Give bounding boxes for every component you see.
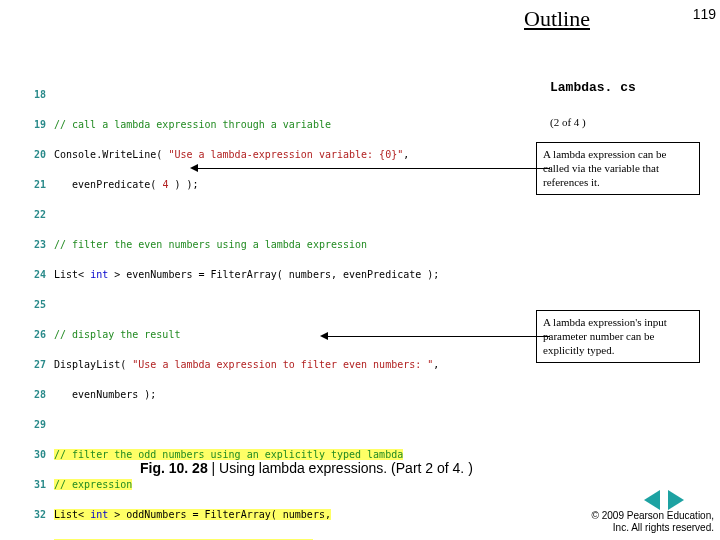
arrow-line [198, 168, 550, 169]
code-line: 22 [26, 207, 536, 222]
code-line: 27DisplayList( "Use a lambda expression … [26, 357, 536, 372]
code-line: 26// display the result [26, 327, 536, 342]
code-line: 18 [26, 87, 536, 102]
page-number: 119 [693, 6, 716, 22]
code-line: 29 [26, 417, 536, 432]
arrow-head-icon [320, 332, 328, 340]
outline-heading: Outline [524, 6, 590, 32]
code-line: 21 evenPredicate( 4 ) ); [26, 177, 536, 192]
callout-typed-param: A lambda expression's input parameter nu… [536, 310, 700, 363]
code-line: 20Console.WriteLine( "Use a lambda-expre… [26, 147, 536, 162]
next-slide-icon[interactable] [668, 490, 684, 510]
slide: Outline 119 18 19// call a lambda expres… [0, 0, 720, 540]
code-line: 24List< int > evenNumbers = FilterArray(… [26, 267, 536, 282]
arrow-head-icon [190, 164, 198, 172]
code-line: 32List< int > oddNumbers = FilterArray( … [26, 507, 536, 522]
arrow-line [328, 336, 550, 337]
file-part: (2 of 4 ) [550, 116, 700, 130]
callout-lambda-call: A lambda expression can be called via th… [536, 142, 700, 195]
figure-number: Fig. 10. 28 [140, 460, 208, 476]
copyright-notice: © 2009 Pearson Education, Inc. All right… [592, 510, 714, 534]
code-line: 31// expression [26, 477, 536, 492]
file-name: Lambdas. cs [550, 80, 700, 96]
prev-slide-icon[interactable] [644, 490, 660, 510]
code-line: 23// filter the even numbers using a lam… [26, 237, 536, 252]
figure-caption: Fig. 10. 28 | Using lambda expressions. … [140, 460, 473, 476]
code-line: 19// call a lambda expression through a … [26, 117, 536, 132]
figure-text: | Using lambda expressions. (Part 2 of 4… [208, 460, 473, 476]
code-line: 28 evenNumbers ); [26, 387, 536, 402]
code-line: 25 [26, 297, 536, 312]
